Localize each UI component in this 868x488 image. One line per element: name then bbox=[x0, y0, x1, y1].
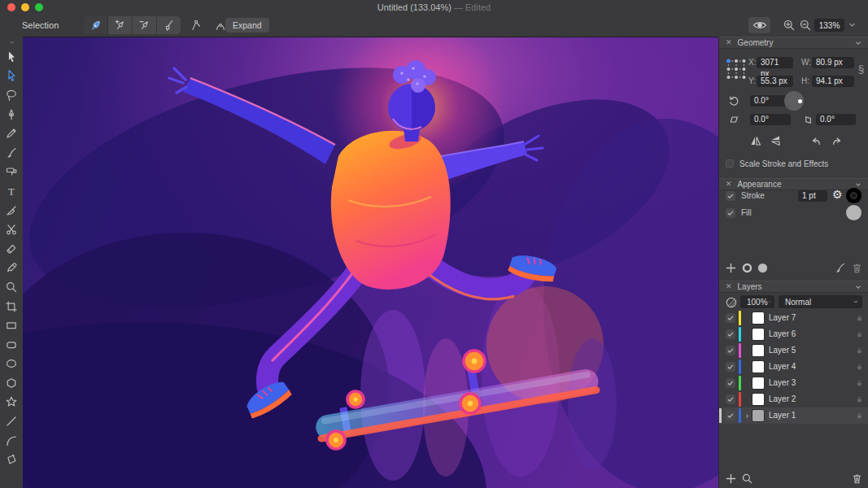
layer-opacity-dropdown[interactable]: 100% bbox=[740, 295, 774, 308]
sharp-node-button[interactable] bbox=[185, 16, 207, 34]
remove-anchor-pen-button[interactable] bbox=[133, 16, 157, 34]
brush-tool[interactable] bbox=[2, 143, 20, 163]
collapse-chevron-icon[interactable] bbox=[7, 37, 16, 47]
layer-visibility-checkbox[interactable] bbox=[726, 411, 735, 420]
lasso-tool[interactable] bbox=[2, 85, 20, 105]
layer-row[interactable]: Layer 4 bbox=[719, 359, 868, 375]
layer-thumbnail[interactable] bbox=[752, 410, 764, 421]
gear-icon[interactable]: ⚙ bbox=[832, 188, 843, 201]
zoom-tool[interactable] bbox=[2, 277, 20, 297]
layer-name[interactable]: Layer 1 bbox=[769, 407, 796, 424]
rotate-right-button[interactable] bbox=[830, 134, 844, 147]
lock-icon[interactable] bbox=[855, 329, 864, 341]
fill-visibility-checkbox[interactable] bbox=[726, 208, 735, 218]
zoom-level-field[interactable]: 133% bbox=[814, 19, 844, 32]
scissors-tool[interactable] bbox=[2, 220, 20, 239]
rotate-left-button[interactable] bbox=[809, 134, 823, 147]
layer-name[interactable]: Layer 4 bbox=[769, 359, 796, 375]
node-tool-button[interactable] bbox=[157, 16, 181, 34]
layer-row[interactable]: Layer 2 bbox=[719, 391, 868, 407]
canvas[interactable] bbox=[23, 37, 718, 488]
knife-tool[interactable] bbox=[2, 201, 20, 220]
line-tool[interactable] bbox=[2, 412, 20, 431]
h-value-field[interactable]: 94.1 px bbox=[812, 76, 854, 87]
layer-name[interactable]: Layer 3 bbox=[769, 375, 796, 391]
brush-icon[interactable] bbox=[833, 261, 846, 274]
layer-name[interactable]: Layer 7 bbox=[769, 310, 796, 326]
trash-icon[interactable] bbox=[850, 261, 863, 274]
rounded-rectangle-tool[interactable] bbox=[2, 335, 20, 355]
link-dimensions-icon[interactable]: § bbox=[858, 63, 864, 75]
layer-name[interactable]: Layer 5 bbox=[769, 342, 796, 359]
geometry-section-header[interactable]: ✕ Geometry bbox=[719, 37, 868, 49]
stroke-style-icon[interactable] bbox=[740, 261, 753, 274]
layer-row[interactable]: Layer 1 bbox=[719, 407, 868, 424]
fill-color-swatch[interactable] bbox=[846, 205, 861, 220]
rotation-dial[interactable] bbox=[784, 91, 804, 111]
layer-row[interactable]: Layer 5 bbox=[719, 342, 868, 359]
pen-tool-button[interactable] bbox=[84, 16, 108, 34]
x-value-field[interactable]: 3071 px bbox=[757, 57, 793, 68]
zoom-dropdown-caret[interactable] bbox=[848, 20, 857, 31]
layer-thumbnail[interactable] bbox=[752, 377, 764, 389]
layer-thumbnail[interactable] bbox=[752, 361, 764, 373]
flip-horizontal-button[interactable] bbox=[748, 134, 763, 147]
zoom-out-button[interactable] bbox=[799, 19, 812, 32]
preview-eye-button[interactable] bbox=[748, 17, 770, 33]
chevron-down-icon[interactable] bbox=[854, 39, 862, 47]
layer-name[interactable]: Layer 6 bbox=[769, 326, 796, 342]
opacity-icon[interactable] bbox=[724, 295, 738, 309]
scale-stroke-checkbox[interactable] bbox=[726, 159, 734, 168]
layer-row[interactable]: Layer 7 bbox=[719, 310, 868, 326]
move-tool[interactable] bbox=[2, 47, 20, 67]
freeform-tool[interactable] bbox=[2, 450, 20, 469]
pen-tool[interactable] bbox=[2, 105, 20, 124]
layer-name[interactable]: Layer 2 bbox=[769, 391, 796, 407]
stroke-color-swatch[interactable] bbox=[846, 188, 861, 203]
lock-icon[interactable] bbox=[855, 394, 864, 406]
search-layers-button[interactable] bbox=[740, 472, 753, 485]
add-layer-button[interactable] bbox=[724, 472, 737, 485]
pencil-tool[interactable] bbox=[2, 124, 20, 143]
layer-visibility-checkbox[interactable] bbox=[726, 329, 735, 339]
eraser-tool[interactable] bbox=[2, 239, 20, 259]
y-value-field[interactable]: 55.3 px bbox=[757, 76, 793, 87]
appearance-section-header[interactable]: ✕ Appearance bbox=[719, 178, 868, 190]
layer-thumbnail[interactable] bbox=[752, 394, 764, 405]
flip-vertical-button[interactable] bbox=[768, 134, 783, 147]
add-style-button[interactable] bbox=[724, 261, 737, 274]
chevron-right-icon[interactable] bbox=[744, 411, 752, 420]
roller-tool[interactable] bbox=[2, 163, 20, 182]
chevron-down-icon[interactable] bbox=[854, 283, 862, 291]
rectangle-tool[interactable] bbox=[2, 316, 20, 335]
w-value-field[interactable]: 80.9 px bbox=[812, 57, 854, 68]
add-anchor-pen-button[interactable] bbox=[108, 16, 133, 34]
lock-icon[interactable] bbox=[855, 313, 864, 325]
layers-section-header[interactable]: ✕ Layers bbox=[719, 281, 868, 293]
stroke-width-field[interactable]: 1 pt bbox=[798, 190, 827, 202]
text-tool[interactable]: T bbox=[2, 181, 20, 201]
lock-icon[interactable] bbox=[855, 362, 864, 373]
layer-visibility-checkbox[interactable] bbox=[726, 313, 735, 323]
artboard-tool[interactable] bbox=[2, 297, 20, 316]
shear-h-field[interactable]: 0.0° bbox=[750, 114, 791, 125]
close-icon[interactable]: ✕ bbox=[726, 283, 732, 290]
layer-thumbnail[interactable] bbox=[752, 345, 764, 356]
ellipse-tool[interactable] bbox=[2, 355, 20, 374]
layer-visibility-checkbox[interactable] bbox=[726, 394, 735, 404]
layer-thumbnail[interactable] bbox=[752, 329, 764, 340]
layer-row[interactable]: Layer 6 bbox=[719, 326, 868, 342]
direct-selection-tool[interactable] bbox=[2, 67, 20, 86]
arc-tool[interactable] bbox=[2, 431, 20, 451]
layer-row[interactable]: Layer 3 bbox=[719, 375, 868, 391]
zoom-in-button[interactable] bbox=[783, 19, 796, 32]
close-icon[interactable]: ✕ bbox=[726, 181, 732, 188]
layer-visibility-checkbox[interactable] bbox=[726, 346, 735, 355]
close-icon[interactable]: ✕ bbox=[726, 39, 732, 46]
stroke-visibility-checkbox[interactable] bbox=[726, 191, 735, 201]
polygon-tool[interactable] bbox=[2, 373, 20, 393]
eyedropper-tool[interactable] bbox=[2, 259, 20, 278]
delete-layer-button[interactable] bbox=[850, 472, 863, 485]
shear-v-field[interactable]: 0.0° bbox=[816, 114, 856, 125]
lock-icon[interactable] bbox=[855, 411, 864, 422]
